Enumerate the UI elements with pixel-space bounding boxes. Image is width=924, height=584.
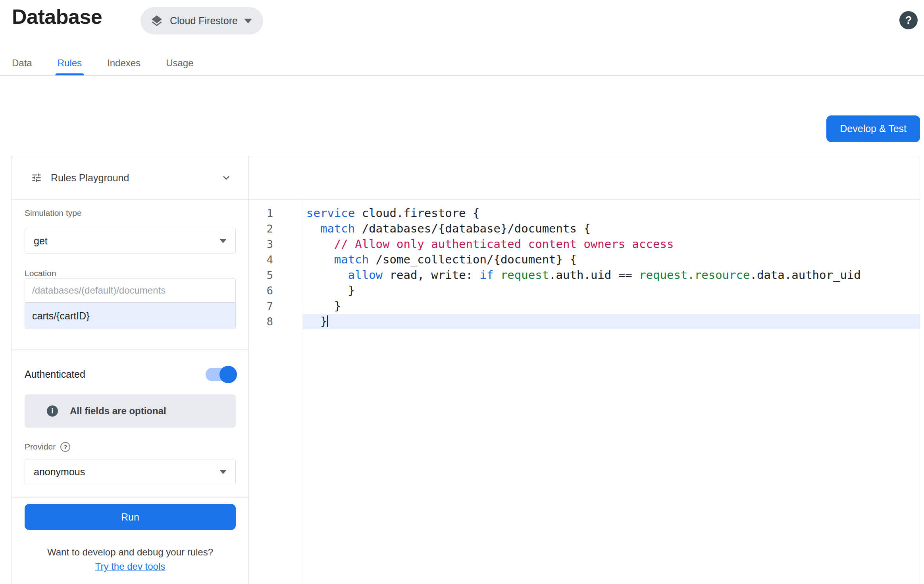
- tune-icon: [31, 172, 42, 183]
- code-line-6[interactable]: 6 }: [249, 283, 920, 298]
- info-icon: i: [47, 405, 58, 417]
- location-label: Location: [25, 269, 236, 278]
- rules-panel: Rules Playground Simulation type get Loc…: [12, 156, 920, 584]
- firestore-icon: [150, 14, 164, 28]
- code-content: match /databases/{database}/documents {: [302, 221, 920, 236]
- info-banner: i All fields are optional: [25, 394, 236, 428]
- toggle-knob: [219, 366, 237, 383]
- line-number: 8: [249, 314, 302, 329]
- line-number: 7: [249, 298, 302, 314]
- tab-usage[interactable]: Usage: [166, 50, 193, 75]
- rules-code-editor: 1service cloud.firestore {2 match /datab…: [249, 156, 920, 584]
- dev-tools-link[interactable]: Try the dev tools: [95, 561, 166, 572]
- line-number: 5: [249, 267, 302, 283]
- dev-tools-question: Want to develop and debug your rules?: [12, 547, 248, 558]
- location-input: /databases/(default)/documents carts/{ca…: [25, 278, 236, 329]
- tab-data[interactable]: Data: [12, 50, 32, 75]
- code-content: service cloud.firestore {: [302, 206, 920, 221]
- line-number: 2: [249, 221, 302, 236]
- code-line-7[interactable]: 7 }: [249, 298, 920, 314]
- code-line-5[interactable]: 5 allow read, write: if request.auth.uid…: [249, 267, 920, 283]
- location-placeholder[interactable]: /databases/(default)/documents: [25, 278, 236, 303]
- code-line-3[interactable]: 3 // Allow only authenticated content ow…: [249, 236, 920, 252]
- code-lines: 1service cloud.firestore {2 match /datab…: [249, 200, 920, 329]
- tab-indexes[interactable]: Indexes: [107, 50, 141, 75]
- tab-bar: Data Rules Indexes Usage: [0, 50, 924, 76]
- divider: [12, 498, 248, 498]
- provider-select[interactable]: anonymous: [25, 459, 236, 485]
- provider-value: anonymous: [34, 466, 85, 478]
- provider-row: Provider ?: [25, 442, 236, 452]
- tab-rules[interactable]: Rules: [58, 50, 82, 75]
- info-banner-text: All fields are optional: [70, 405, 166, 417]
- editor-body[interactable]: 1service cloud.firestore {2 match /datab…: [249, 200, 920, 584]
- authenticated-row: Authenticated: [25, 368, 236, 381]
- firestore-rules-page: Database Cloud Firestore ? Data Rules In…: [0, 0, 924, 584]
- location-value[interactable]: carts/{cartID}: [25, 303, 236, 329]
- code-line-8[interactable]: 8 }: [249, 314, 920, 329]
- header: Database Cloud Firestore ?: [0, 0, 924, 50]
- help-icon[interactable]: ?: [899, 11, 918, 29]
- simulation-type-label: Simulation type: [25, 208, 236, 218]
- line-number: 4: [249, 252, 302, 267]
- dev-tools-link-wrap: Try the dev tools: [12, 561, 248, 572]
- simulation-type-select[interactable]: get: [25, 228, 236, 254]
- code-content: }: [302, 298, 920, 314]
- playground-title: Rules Playground: [51, 172, 129, 184]
- code-line-2[interactable]: 2 match /databases/{database}/documents …: [249, 221, 920, 236]
- product-selector[interactable]: Cloud Firestore: [141, 7, 263, 35]
- line-number: 3: [249, 236, 302, 252]
- product-selector-label: Cloud Firestore: [170, 15, 238, 27]
- develop-and-test-button[interactable]: Develop & Test: [826, 115, 920, 142]
- line-number: 6: [249, 283, 302, 298]
- code-content: // Allow only authenticated content owne…: [302, 236, 920, 252]
- actions-row: Develop & Test: [0, 76, 924, 156]
- code-content: }: [302, 283, 920, 298]
- authenticated-toggle[interactable]: [206, 368, 236, 381]
- provider-help-icon[interactable]: ?: [60, 442, 70, 452]
- code-content: allow read, write: if request.auth.uid =…: [302, 267, 920, 283]
- code-content: match /some_collection/{document} {: [302, 252, 920, 267]
- playground-header[interactable]: Rules Playground: [12, 156, 248, 200]
- line-number: 1: [249, 206, 302, 221]
- provider-label: Provider: [25, 442, 56, 451]
- simulation-type-value: get: [34, 235, 48, 247]
- arrow-drop-down-icon: [219, 239, 227, 243]
- code-line-4[interactable]: 4 match /some_collection/{document} {: [249, 252, 920, 267]
- text-cursor: [327, 315, 328, 327]
- authenticated-label: Authenticated: [25, 369, 85, 380]
- editor-toolbar: [249, 156, 920, 200]
- arrow-drop-down-icon: [219, 470, 227, 474]
- code-content: }: [302, 314, 920, 329]
- divider: [12, 350, 248, 350]
- rules-playground-sidebar: Rules Playground Simulation type get Loc…: [12, 156, 249, 584]
- code-line-1[interactable]: 1service cloud.firestore {: [249, 206, 920, 221]
- chevron-down-icon[interactable]: [220, 171, 233, 184]
- arrow-drop-down-icon: [244, 19, 252, 23]
- page-title: Database: [12, 5, 102, 29]
- run-button[interactable]: Run: [25, 504, 236, 530]
